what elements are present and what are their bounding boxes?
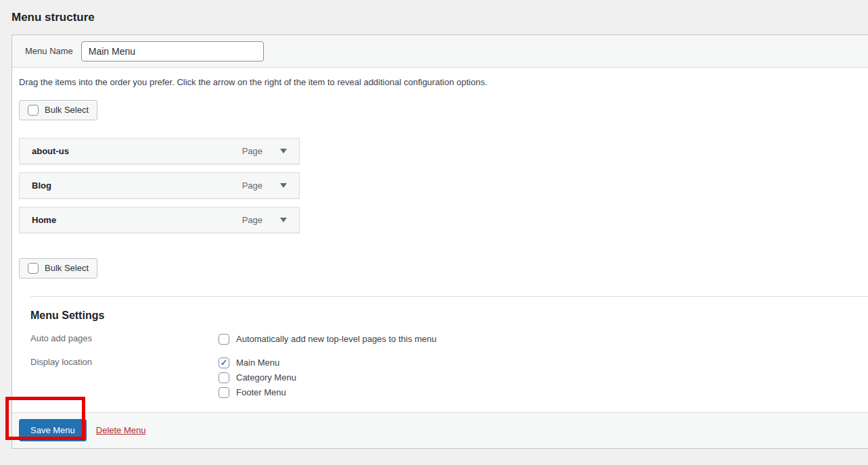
option-label: Main Menu bbox=[236, 358, 279, 368]
menu-edit-panel: Menu Name Drag the items into the order … bbox=[12, 34, 868, 449]
menu-name-header: Menu Name bbox=[12, 35, 868, 68]
menu-item-title: about-us bbox=[32, 146, 242, 156]
menu-body: Drag the items into the order you prefer… bbox=[12, 76, 868, 412]
expand-arrow-icon[interactable] bbox=[276, 212, 291, 227]
menu-item-home[interactable]: Home Page bbox=[19, 207, 300, 233]
display-location-option-footer-menu[interactable]: Footer Menu bbox=[219, 386, 296, 399]
page-title: Menu structure bbox=[0, 0, 868, 25]
delete-menu-link[interactable]: Delete Menu bbox=[96, 425, 146, 435]
main-menu-checkbox[interactable] bbox=[219, 358, 229, 368]
display-location-option-main-menu[interactable]: Main Menu bbox=[219, 356, 296, 370]
auto-add-pages-option[interactable]: Automatically add new top-level pages to… bbox=[219, 333, 436, 346]
auto-add-pages-label: Auto add pages bbox=[30, 333, 219, 347]
menu-footer-actions: Save Menu Delete Menu bbox=[12, 412, 868, 448]
save-menu-button[interactable]: Save Menu bbox=[19, 419, 87, 441]
category-menu-checkbox[interactable] bbox=[219, 372, 229, 383]
display-location-options: Main Menu Category Menu Footer Menu bbox=[219, 356, 296, 401]
footer-menu-checkbox[interactable] bbox=[219, 387, 229, 398]
display-location-label: Display location bbox=[30, 356, 219, 401]
drag-instructions-text: Drag the items into the order you prefer… bbox=[19, 76, 861, 89]
bulk-select-checkbox[interactable] bbox=[28, 105, 39, 116]
menu-name-label: Menu Name bbox=[25, 46, 73, 56]
display-location-row: Display location Main Menu Category Menu… bbox=[30, 356, 861, 401]
menu-name-input[interactable] bbox=[81, 41, 264, 62]
menu-item-type: Page bbox=[242, 215, 262, 225]
menu-settings-title: Menu Settings bbox=[30, 309, 861, 322]
option-label: Category Menu bbox=[236, 372, 296, 383]
menu-items-list: about-us Page Blog Page Home Page bbox=[19, 138, 861, 233]
bulk-select-toggle-top[interactable]: Bulk Select bbox=[19, 100, 97, 120]
auto-add-pages-row: Auto add pages Automatically add new top… bbox=[30, 333, 861, 347]
bulk-select-toggle-bottom[interactable]: Bulk Select bbox=[19, 258, 97, 278]
settings-divider bbox=[30, 296, 868, 297]
menu-item-about-us[interactable]: about-us Page bbox=[19, 138, 300, 164]
option-label: Footer Menu bbox=[236, 387, 286, 397]
menu-item-type: Page bbox=[242, 180, 262, 191]
auto-add-checkbox[interactable] bbox=[219, 334, 229, 345]
bulk-select-checkbox[interactable] bbox=[28, 263, 39, 274]
menu-item-type: Page bbox=[242, 146, 262, 156]
menu-item-title: Home bbox=[32, 215, 242, 225]
auto-add-option-label: Automatically add new top-level pages to… bbox=[236, 334, 436, 344]
display-location-option-category-menu[interactable]: Category Menu bbox=[219, 371, 296, 385]
expand-arrow-icon[interactable] bbox=[276, 178, 291, 193]
expand-arrow-icon[interactable] bbox=[276, 143, 291, 158]
bulk-select-label: Bulk Select bbox=[45, 263, 89, 273]
bulk-select-label: Bulk Select bbox=[45, 105, 89, 115]
menu-item-title: Blog bbox=[32, 180, 242, 191]
menu-item-blog[interactable]: Blog Page bbox=[19, 172, 300, 199]
